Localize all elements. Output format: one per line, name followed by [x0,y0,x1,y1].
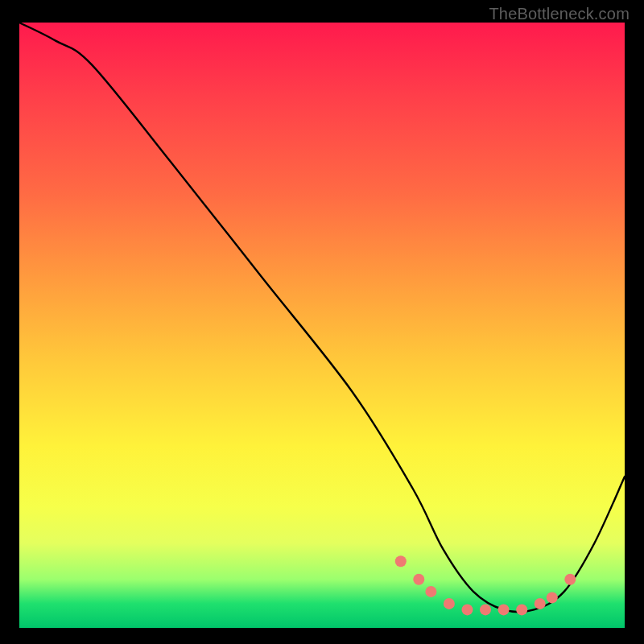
highlight-dot [413,574,424,585]
highlight-dot [462,604,473,615]
highlight-dot [395,555,407,567]
highlight-dot [516,604,527,615]
curve-line [19,23,625,612]
highlight-dot [425,586,436,597]
highlight-dot [547,592,558,603]
highlight-dot [498,604,510,615]
plot-area [19,23,625,628]
highlight-dot [564,574,576,585]
highlight-dots [395,555,576,615]
chart-frame: TheBottleneck.com [0,0,644,644]
highlight-dot [480,604,491,615]
chart-svg [19,23,625,628]
highlight-dot [535,598,546,609]
watermark-text: TheBottleneck.com [489,5,630,23]
highlight-dot [444,598,455,609]
curve-path [19,23,625,612]
